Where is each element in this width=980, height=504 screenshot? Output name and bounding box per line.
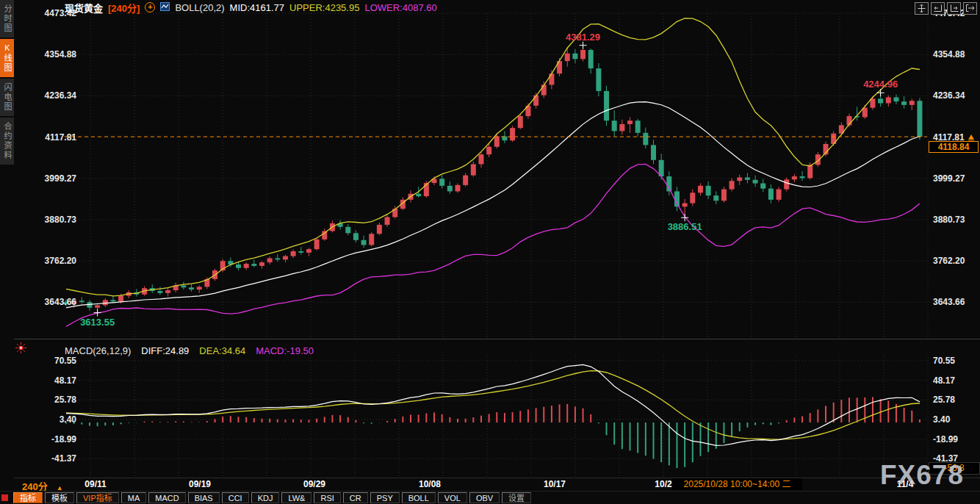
- macd-title: MACD(26,12,9): [65, 345, 131, 356]
- mini-candle-icon: [160, 2, 170, 13]
- svg-text:25.78: 25.78: [933, 395, 955, 405]
- macd-bar-value: MACD:-19.50: [256, 345, 314, 356]
- svg-text:10/2: 10/2: [655, 479, 672, 489]
- boll-upper-value: UPPER:4235.95: [289, 2, 359, 13]
- add-indicator-icon[interactable]: +: [145, 2, 155, 12]
- svg-text:3643.66: 3643.66: [933, 297, 965, 307]
- svg-text:3999.27: 3999.27: [933, 173, 965, 184]
- toolbar-button-lwr[interactable]: LW&: [281, 492, 311, 503]
- sidebar-item-lightning[interactable]: 闪电图: [0, 79, 14, 116]
- svg-text:3.40: 3.40: [933, 414, 951, 425]
- chart-tool-buttons: [915, 2, 977, 15]
- svg-text:-18.99: -18.99: [933, 434, 958, 444]
- crosshair-value-tooltip: -56.8: [929, 462, 980, 475]
- toolbar-button-rsi[interactable]: RSI: [314, 492, 340, 503]
- current-price-box: 4118.84: [929, 141, 979, 153]
- boll-lower-value: LOWER:4087.60: [364, 2, 436, 13]
- svg-text:09/11: 09/11: [84, 479, 107, 489]
- svg-text:-41.37: -41.37: [51, 453, 76, 464]
- svg-text:09/29: 09/29: [303, 479, 325, 489]
- toolbar-button-vol[interactable]: VOL: [438, 492, 467, 503]
- toolbar-button-vip-indicator[interactable]: VIP指标: [76, 492, 119, 503]
- svg-text:4381.29: 4381.29: [566, 32, 600, 43]
- toolbar-button-cci[interactable]: CCI: [222, 492, 249, 503]
- svg-text:4244.96: 4244.96: [863, 79, 898, 90]
- svg-text:3613.55: 3613.55: [80, 317, 115, 328]
- exit-fullscreen-button[interactable]: [963, 2, 977, 15]
- svg-text:3762.20: 3762.20: [45, 256, 77, 266]
- sidebar-item-timeshare[interactable]: 分时图: [0, 0, 14, 37]
- symbol-name: 现货黄金: [65, 1, 103, 15]
- svg-text:3999.27: 3999.27: [45, 173, 77, 184]
- svg-text:4117.81: 4117.81: [45, 132, 76, 143]
- sidebar-item-kline[interactable]: K线图: [0, 39, 14, 77]
- svg-text:4236.34: 4236.34: [933, 90, 965, 101]
- sidebar-item-contract-info[interactable]: 合约资料: [0, 118, 14, 165]
- svg-text:48.17: 48.17: [933, 375, 955, 386]
- chart-header: 现货黄金 [240分] + BOLL(20,2) MID:4161.77 UPP…: [65, 1, 437, 13]
- svg-text:11/4: 11/4: [897, 479, 914, 489]
- macd-dea-value: DEA:34.64: [199, 345, 245, 356]
- svg-text:10/08: 10/08: [419, 479, 441, 489]
- toolbar-button-boll[interactable]: BOLL: [402, 492, 436, 503]
- indicator-toolbar: 指标 模板 VIP指标 MA MACD BIAS CCI KDJ LW& RSI…: [0, 491, 980, 504]
- toolbar-button-cr[interactable]: CR: [343, 492, 368, 503]
- svg-text:-18.99: -18.99: [51, 434, 76, 444]
- svg-text:70.55: 70.55: [54, 356, 76, 366]
- svg-text:3762.20: 3762.20: [933, 256, 965, 266]
- kline-chart-canvas[interactable]: 4381.294244.963886.513613.554473.424473.…: [0, 0, 980, 504]
- boll-title: BOLL(20,2): [175, 2, 224, 13]
- svg-text:3880.73: 3880.73: [933, 215, 965, 225]
- svg-text:4236.34: 4236.34: [45, 90, 77, 101]
- shift-axis-right-button[interactable]: [947, 2, 961, 15]
- svg-text:4354.88: 4354.88: [45, 49, 77, 60]
- toolbar-button-settings[interactable]: 设置: [502, 492, 531, 503]
- svg-text:3880.73: 3880.73: [45, 215, 77, 225]
- svg-text:25.78: 25.78: [54, 395, 76, 405]
- svg-text:4354.88: 4354.88: [933, 49, 965, 60]
- crosshair-date-tooltip: 2025/10/28 10:00~14:00 二: [672, 478, 802, 490]
- boll-mid-value: MID:4161.77: [230, 2, 284, 13]
- pan-tool-button[interactable]: [915, 2, 929, 15]
- svg-text:10/17: 10/17: [544, 479, 566, 489]
- trading-app-window: 4381.294244.963886.513613.554473.424473.…: [0, 0, 980, 504]
- alert-status-icon: [15, 342, 26, 356]
- svg-text:3.40: 3.40: [60, 414, 77, 425]
- svg-text:48.17: 48.17: [54, 375, 76, 386]
- svg-text:3886.51: 3886.51: [668, 221, 702, 232]
- toolbar-button-bias[interactable]: BIAS: [188, 492, 220, 503]
- toolbar-button-obv[interactable]: OBV: [469, 492, 500, 503]
- chart-type-sidebar: 分时图 K线图 闪电图 合约资料: [0, 0, 14, 504]
- toolbar-button-indicator[interactable]: 指标: [13, 492, 43, 503]
- macd-header: MACD(26,12,9) DIFF:24.89 DEA:34.64 MACD:…: [65, 345, 314, 356]
- svg-text:70.55: 70.55: [933, 356, 955, 366]
- svg-text:09/19: 09/19: [189, 479, 211, 489]
- toolbar-button-kdj[interactable]: KDJ: [251, 492, 280, 503]
- macd-diff-value: DIFF:24.89: [141, 345, 189, 356]
- shift-axis-left-button[interactable]: [931, 2, 945, 15]
- period-label[interactable]: [240分]: [108, 1, 140, 15]
- toolbar-button-psy[interactable]: PSY: [370, 492, 400, 503]
- toolbar-button-template[interactable]: 模板: [45, 492, 74, 503]
- toolbar-button-macd[interactable]: MACD: [148, 492, 185, 503]
- app-logo-square: [1, 494, 8, 501]
- toolbar-button-ma[interactable]: MA: [121, 492, 147, 503]
- svg-text:3643.66: 3643.66: [45, 297, 77, 307]
